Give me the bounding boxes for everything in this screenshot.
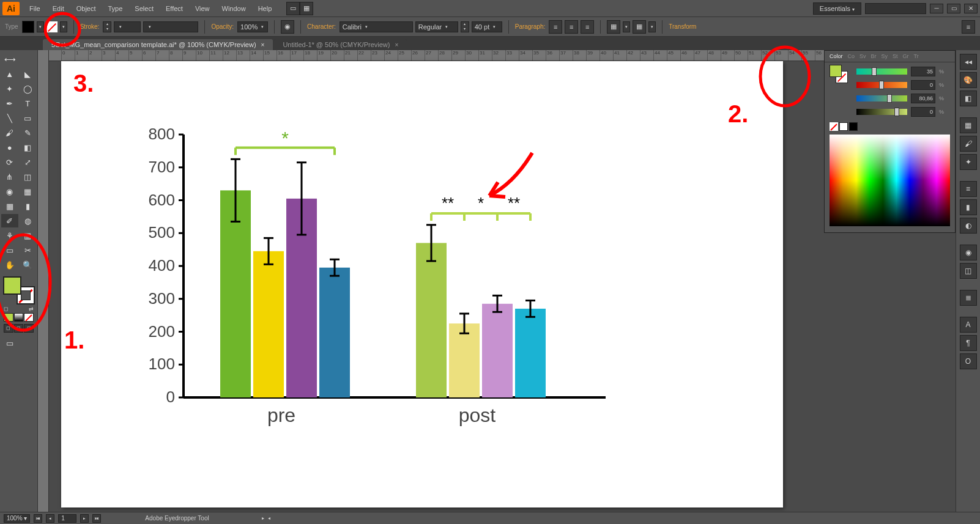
prev-artboard-button[interactable]: ◂: [46, 514, 54, 523]
menu-file[interactable]: File: [23, 2, 46, 15]
opacity-combo[interactable]: 100%▾: [237, 21, 268, 32]
zoom-level[interactable]: 100% ▾: [4, 514, 30, 523]
canvas-area[interactable]: 0123456789101112131415161718192021222324…: [49, 50, 956, 512]
panel-fill-swatch[interactable]: [830, 65, 842, 77]
fill-dropdown[interactable]: ▾: [37, 21, 44, 32]
color-button[interactable]: [4, 313, 13, 322]
brush-combo[interactable]: ▾: [143, 21, 198, 32]
artboard-tool[interactable]: ▭: [1, 243, 18, 257]
layers-icon[interactable]: ≣: [960, 290, 977, 306]
blend-tool[interactable]: ◍: [20, 214, 37, 227]
panel-expand-icon[interactable]: ◂◂: [960, 54, 977, 70]
tab-close-icon[interactable]: ×: [395, 42, 398, 48]
tab-co[interactable]: Co: [848, 53, 855, 59]
help-search-input[interactable]: [865, 3, 926, 14]
stroke-panel-icon[interactable]: ≡: [960, 181, 977, 197]
stroke-dropdown[interactable]: ▾: [60, 21, 67, 32]
pencil-tool[interactable]: ✎: [20, 126, 37, 139]
swatches-icon[interactable]: ▦: [960, 117, 977, 133]
shape-builder-tool[interactable]: ◉: [1, 185, 18, 198]
slider-value[interactable]: 0: [911, 80, 935, 90]
character-panel-icon[interactable]: A: [960, 317, 977, 333]
stroke-weight-stepper[interactable]: ▴▾: [103, 21, 111, 32]
tab-br[interactable]: Br: [871, 53, 877, 59]
black-swatch[interactable]: [849, 122, 858, 131]
mesh-tool[interactable]: ▦: [1, 199, 18, 213]
tab-st[interactable]: St: [893, 53, 898, 59]
blob-brush-tool[interactable]: ●: [1, 141, 18, 154]
font-size-combo[interactable]: 40 pt▾: [472, 21, 502, 32]
fill-swatch[interactable]: [22, 21, 34, 33]
slider-track[interactable]: [856, 95, 907, 101]
align-objects-button[interactable]: ▦: [607, 20, 620, 34]
tab-color[interactable]: Color: [830, 53, 843, 59]
menu-select[interactable]: Select: [128, 2, 160, 15]
slider-track[interactable]: [856, 68, 907, 75]
color-spectrum[interactable]: [830, 135, 950, 226]
menu-object[interactable]: Object: [70, 2, 102, 15]
hand-tool[interactable]: ✋: [1, 258, 18, 271]
align-left-button[interactable]: ≡: [549, 20, 562, 34]
appearance-icon[interactable]: ◉: [960, 245, 977, 260]
magic-wand-tool[interactable]: ✦: [1, 82, 18, 95]
document-tab-inactive[interactable]: Untitled-1* @ 50% (CMYK/Preview)×: [274, 39, 407, 50]
color-panel-icon[interactable]: 🎨: [960, 72, 977, 88]
paintbrush-tool[interactable]: 🖌: [1, 126, 18, 139]
slider-track[interactable]: [856, 82, 907, 88]
graphic-styles-icon[interactable]: ◫: [960, 263, 977, 279]
font-family-combo[interactable]: Calibri▾: [340, 21, 413, 32]
free-transform-tool[interactable]: ◫: [20, 170, 37, 183]
selection-tool[interactable]: ▲: [1, 67, 18, 81]
gradient-tool[interactable]: ▮: [20, 199, 37, 213]
symbols-icon[interactable]: ✦: [960, 154, 977, 170]
tab-gr[interactable]: Gr: [903, 53, 909, 59]
column-graph-tool[interactable]: ▥: [20, 229, 37, 242]
fill-stroke-indicator[interactable]: [3, 276, 35, 304]
width-tool[interactable]: ⋔: [1, 170, 18, 183]
draw-normal-button[interactable]: ◻: [4, 324, 13, 333]
tab-tr[interactable]: Tr: [914, 53, 919, 59]
window-close-button[interactable]: ✕: [964, 4, 978, 13]
control-menu-button[interactable]: ≡: [962, 20, 975, 34]
opacity-label[interactable]: Opacity:: [211, 23, 234, 30]
fill-box[interactable]: [3, 276, 21, 295]
transform-panel-button[interactable]: ▦: [633, 20, 646, 34]
lasso-tool[interactable]: ◯: [20, 82, 37, 95]
stroke-weight-combo[interactable]: ▾: [114, 21, 141, 32]
slice-tool[interactable]: ✂: [20, 243, 37, 257]
screen-mode-button[interactable]: ▭: [1, 336, 18, 350]
workspace-switcher[interactable]: Essentials ▾: [813, 2, 861, 15]
menu-type[interactable]: Type: [102, 2, 129, 15]
doc-setup-icon[interactable]: ▭: [286, 2, 300, 15]
character-label[interactable]: Character:: [307, 23, 336, 30]
recolor-button[interactable]: ◉: [281, 20, 294, 34]
color-panel[interactable]: Color Co Sv Br Sy St Gr Tr 35%0%80,86%0%: [824, 50, 956, 233]
menu-view[interactable]: View: [189, 2, 216, 15]
slider-value[interactable]: 80,86: [911, 94, 935, 103]
brushes-icon[interactable]: 🖌: [960, 136, 977, 152]
align-dropdown[interactable]: ▾: [623, 21, 630, 32]
first-artboard-button[interactable]: ⏮: [34, 514, 42, 523]
window-maximize-button[interactable]: ▭: [947, 4, 960, 13]
align-center-button[interactable]: ≡: [565, 20, 578, 34]
menu-window[interactable]: Window: [216, 2, 252, 15]
white-swatch[interactable]: [839, 122, 848, 131]
swap-fs-icon[interactable]: ⇄: [29, 306, 34, 312]
rotate-tool[interactable]: ⟳: [1, 155, 18, 169]
transform-dropdown[interactable]: ▾: [648, 21, 656, 32]
symbol-sprayer-tool[interactable]: ⚘: [1, 229, 18, 242]
scale-tool[interactable]: ⤢: [20, 155, 37, 169]
gradient-button[interactable]: [14, 313, 24, 322]
scroll-right-icon[interactable]: ◂: [268, 515, 270, 521]
font-size-stepper[interactable]: ▴▾: [461, 21, 469, 32]
default-fs-icon[interactable]: ◻: [4, 306, 8, 312]
menu-edit[interactable]: Edit: [46, 2, 70, 15]
scroll-left-icon[interactable]: ▸: [262, 515, 264, 521]
opentype-icon[interactable]: O: [960, 353, 977, 369]
artboard-number[interactable]: 1: [58, 514, 76, 523]
paragraph-panel-icon[interactable]: ¶: [960, 335, 977, 351]
tab-sv[interactable]: Sv: [859, 53, 866, 59]
document-tab-active[interactable]: 5Oct_MG_mean_comparison template.ai* @ 1…: [43, 39, 273, 50]
line-tool[interactable]: ╲: [1, 111, 18, 125]
tab-close-icon[interactable]: ×: [261, 42, 265, 48]
